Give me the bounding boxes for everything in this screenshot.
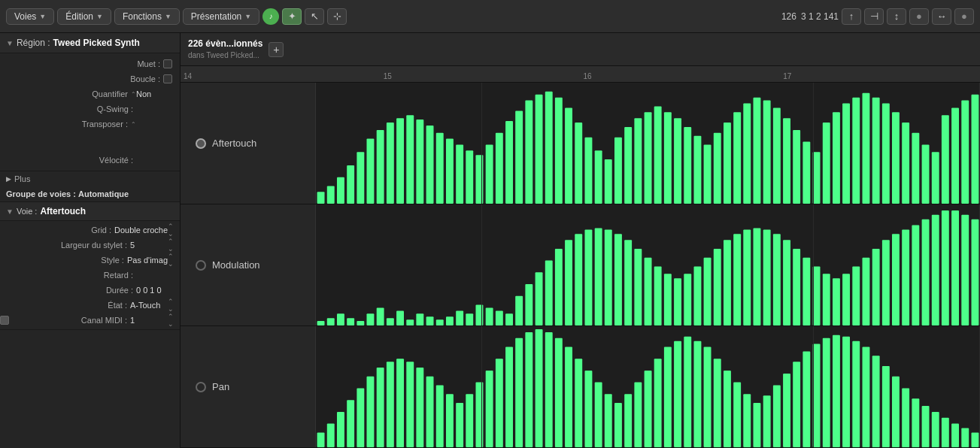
svg-rect-12 [436, 133, 444, 204]
region-collapse-icon[interactable]: ▼ [6, 39, 14, 47]
midi-draw-icon[interactable]: ✦ [282, 8, 302, 25]
aftertouch-content[interactable] [316, 83, 980, 204]
svg-rect-98 [624, 240, 632, 325]
svg-rect-77 [416, 313, 423, 325]
svg-rect-125 [892, 234, 900, 325]
svg-rect-128 [922, 219, 930, 325]
qswing-label: Q-Swing : [0, 104, 136, 114]
quantifier-stepper-up[interactable]: ⌃ [131, 91, 136, 98]
svg-rect-200 [972, 432, 979, 447]
pan-lane: Pan [181, 326, 980, 448]
svg-rect-44 [754, 98, 761, 204]
svg-rect-191 [882, 366, 890, 447]
left-panel: ▼ Région : Tweed Picked Synth Muet : Bou… [0, 33, 181, 448]
boucle-checkbox[interactable] [163, 74, 172, 83]
add-event-button[interactable]: + [269, 42, 284, 57]
quantize-icon[interactable]: ↑ [842, 8, 861, 25]
plus-label: Plus [14, 174, 30, 183]
pan-radio[interactable] [196, 382, 206, 392]
modulation-content[interactable] [316, 204, 980, 325]
svg-rect-53 [842, 104, 850, 204]
largeur-stepper[interactable]: ⌃⌄ [168, 238, 174, 253]
boucle-row: Boucle : [0, 71, 180, 86]
svg-rect-137 [347, 400, 354, 447]
svg-rect-55 [863, 93, 870, 204]
loop-icon[interactable]: ⊣ [864, 8, 884, 25]
svg-rect-80 [446, 316, 454, 325]
svg-rect-60 [912, 133, 919, 204]
ruler-label-17: 17 [783, 72, 791, 80]
svg-rect-136 [337, 412, 344, 447]
svg-rect-183 [803, 351, 810, 447]
svg-rect-101 [654, 267, 662, 326]
grid-stepper[interactable]: ⌃⌄ [168, 222, 174, 238]
svg-rect-104 [684, 274, 691, 325]
svg-rect-85 [496, 310, 503, 325]
svg-rect-177 [743, 394, 751, 447]
aftertouch-bars [316, 83, 980, 204]
pointer-tool-icon[interactable]: ↖ [305, 8, 324, 25]
svg-rect-109 [733, 234, 741, 325]
svg-rect-7 [387, 123, 394, 204]
svg-rect-166 [634, 383, 642, 447]
svg-rect-88 [525, 284, 532, 325]
svg-rect-198 [951, 424, 959, 447]
modulation-radio[interactable] [196, 260, 206, 271]
record-icon[interactable]: ● [909, 8, 929, 25]
svg-rect-116 [803, 258, 810, 325]
transpose-icon[interactable]: ↕ [887, 8, 906, 25]
metronome-icon[interactable]: ● [954, 8, 974, 25]
svg-rect-112 [763, 229, 771, 325]
aftertouch-radio[interactable] [196, 138, 206, 149]
quantifier-value: Non [136, 89, 174, 98]
svg-rect-32 [634, 118, 642, 204]
flex-tool-icon[interactable]: ⊹ [327, 8, 347, 25]
voies-button[interactable]: Voies ▼ [6, 8, 54, 25]
canal-stepper[interactable]: ⌃⌄ [168, 313, 174, 328]
svg-rect-127 [912, 226, 919, 325]
cycle-icon[interactable]: ↔ [932, 8, 951, 25]
muet-checkbox[interactable] [163, 59, 172, 68]
transposer-stepper[interactable]: ⌃ [131, 121, 136, 128]
voie-collapse-icon[interactable]: ▼ [6, 207, 14, 216]
presentation-button[interactable]: Présentation ▼ [183, 8, 259, 25]
svg-rect-24 [555, 98, 563, 204]
fonctions-button[interactable]: Fonctions ▼ [114, 8, 180, 25]
svg-rect-179 [763, 395, 771, 447]
canal-label: Canal MIDI : [11, 316, 130, 325]
svg-rect-11 [426, 126, 434, 204]
plus-row[interactable]: ▶ Plus [0, 171, 180, 186]
group-row: Groupe de voies : Automatique [0, 186, 180, 201]
grid-row: Grid : Double croche ⌃⌄ [0, 222, 180, 238]
svg-rect-158 [555, 338, 563, 447]
svg-rect-186 [833, 335, 840, 447]
svg-rect-120 [842, 274, 850, 325]
svg-rect-117 [813, 267, 821, 326]
svg-rect-13 [446, 139, 454, 204]
svg-rect-182 [793, 362, 800, 447]
svg-rect-123 [872, 249, 880, 325]
svg-rect-181 [783, 374, 790, 447]
etat-stepper[interactable]: ⌃⌄ [168, 298, 174, 313]
svg-rect-15 [466, 150, 473, 204]
svg-rect-160 [575, 359, 582, 447]
svg-rect-78 [426, 316, 434, 325]
svg-rect-43 [743, 104, 751, 204]
voies-chevron-icon: ▼ [39, 13, 46, 20]
style-stepper[interactable]: ⌃⌄ [168, 253, 174, 268]
retard-row: Retard : [0, 268, 180, 283]
voie-prefix: Voie : [17, 207, 38, 216]
smart-controls-icon[interactable]: ♪ [262, 8, 279, 25]
svg-rect-9 [406, 115, 414, 204]
svg-rect-140 [377, 368, 384, 447]
svg-rect-161 [585, 371, 593, 447]
svg-rect-35 [664, 112, 672, 204]
lanes-container: Aftertouch Modulation Pan [181, 83, 980, 448]
retard-label: Retard : [0, 271, 136, 280]
canal-checkbox[interactable] [0, 316, 9, 325]
voie-header: ▼ Voie : Aftertouch [0, 201, 180, 221]
pan-content[interactable] [316, 326, 980, 447]
edition-button[interactable]: Édition ▼ [57, 8, 111, 25]
svg-rect-105 [694, 267, 702, 326]
svg-rect-33 [645, 112, 652, 204]
